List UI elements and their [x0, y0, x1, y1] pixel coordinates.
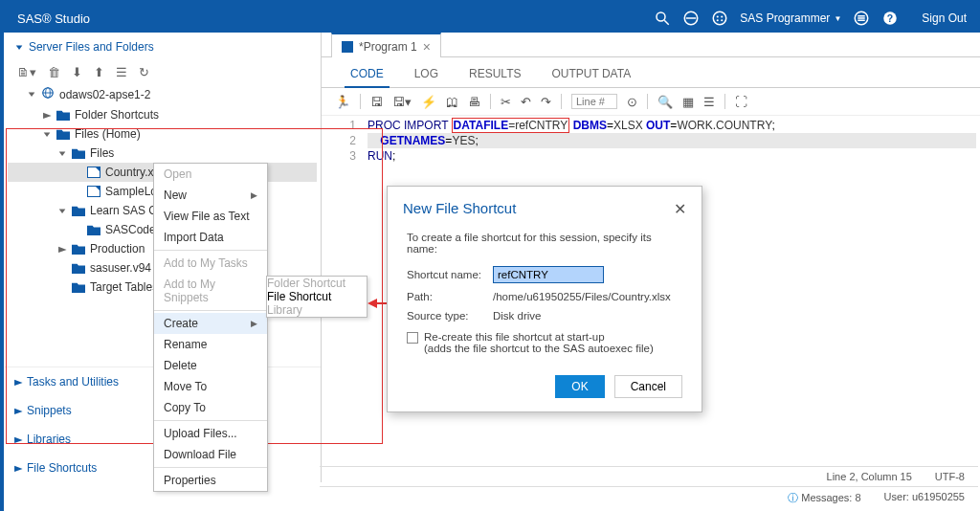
subtab-code[interactable]: CODE [345, 63, 390, 88]
close-icon[interactable]: ✕ [674, 200, 686, 218]
cancel-button[interactable]: Cancel [614, 375, 682, 398]
menu-import-data[interactable]: Import Data [154, 227, 267, 248]
code-line-3: RUN; [368, 148, 976, 164]
menu-create[interactable]: Create▶ [154, 313, 267, 334]
dialog-new-file-shortcut: New File Shortcut ✕ To create a file sho… [387, 186, 702, 412]
menu-add-to-my-tasks: Add to My Tasks [154, 253, 267, 274]
shortcut-name-label: Shortcut name: [407, 269, 493, 280]
saveas-icon[interactable]: 🖫▾ [392, 95, 412, 109]
print-icon[interactable]: 🖶 [468, 95, 480, 109]
submenu-library: Library [267, 303, 367, 317]
close-icon[interactable]: × [423, 41, 431, 53]
menu-view-file-as-text[interactable]: View File as Text [154, 206, 267, 227]
code-editor[interactable]: 123 PROC IMPORT DATAFILE=refCNTRY DBMS=X… [322, 116, 980, 166]
menu-download-file[interactable]: Download File [154, 444, 267, 465]
summary-icon[interactable]: 🕮 [446, 95, 458, 109]
delete-icon[interactable]: 🗑 [48, 65, 60, 79]
svg-point-6 [717, 19, 719, 21]
search-icon[interactable] [654, 10, 671, 27]
svg-point-5 [722, 15, 724, 17]
menu-properties[interactable]: Properties [154, 470, 267, 491]
menu-delete[interactable]: Delete [154, 355, 267, 376]
svg-text:?: ? [887, 12, 893, 24]
recreate-label: Re-create this file shortcut at start-up [424, 331, 605, 343]
path-value: /home/u61950255/Files/Country.xlsx [493, 291, 671, 302]
svg-point-4 [717, 15, 719, 17]
shortcut-name-input[interactable] [493, 266, 604, 283]
sidebar-section-files[interactable]: Server Files and Folders [4, 33, 321, 61]
source-value: Disk drive [493, 310, 541, 322]
dialog-title: New File Shortcut [403, 200, 516, 218]
svg-point-3 [714, 11, 727, 25]
menu-rename[interactable]: Rename [154, 334, 267, 355]
tree-item[interactable]: ▼Files [8, 144, 317, 163]
svg-point-7 [722, 19, 724, 21]
line-input[interactable] [571, 94, 617, 109]
save-icon[interactable]: 🖫 [370, 95, 383, 109]
exec-icon[interactable]: ⚡ [421, 95, 436, 109]
recreate-sub: (adds the file shortcut to the SAS autoe… [424, 343, 654, 354]
cursor-pos: Line 2, Column 15 [827, 471, 912, 482]
submenu-file-shortcut[interactable]: File Shortcut [267, 290, 367, 303]
menu-copy-to[interactable]: Copy To [154, 397, 267, 418]
props-icon[interactable]: ☰ [116, 65, 127, 79]
code-line-1: PROC IMPORT DATAFILE=refCNTRY DBMS=XLSX … [368, 118, 976, 133]
menu-new[interactable]: New▶ [154, 185, 267, 206]
run-icon[interactable]: 🏃 [335, 95, 350, 109]
format-icon[interactable]: ☰ [703, 95, 715, 109]
menu-move-to[interactable]: Move To [154, 376, 267, 397]
open-icon[interactable] [682, 10, 700, 27]
more-icon[interactable] [853, 10, 870, 27]
context-menu: OpenNew▶View File as TextImport DataAdd … [153, 163, 268, 492]
tab-program1[interactable]: *Program 1 × [331, 33, 441, 57]
sidebar-toolbar: 🗎▾ 🗑 ⬇ ⬆ ☰ ↻ [4, 61, 321, 83]
dialog-desc: To create a file shortcut for this sessi… [407, 232, 682, 255]
code-body[interactable]: PROC IMPORT DATAFILE=refCNTRY DBMS=XLSX … [364, 116, 980, 166]
menu-add-to-my-snippets: Add to My Snippets [154, 274, 267, 308]
submenu-folder-shortcut: Folder Shortcut [267, 277, 367, 290]
undo-icon[interactable]: ↶ [521, 95, 531, 109]
goto-icon[interactable]: ⊙ [627, 95, 637, 109]
redo-icon[interactable]: ↷ [541, 95, 551, 109]
maximize-icon[interactable]: ⛶ [735, 95, 747, 109]
tree-item[interactable]: ▶Folder Shortcuts [8, 105, 317, 124]
encoding: UTF-8 [935, 471, 965, 482]
tree-item[interactable]: ▼Files (Home) [8, 124, 317, 144]
clear-icon[interactable]: ▦ [682, 95, 694, 109]
source-label: Source type: [407, 310, 493, 322]
svg-marker-18 [368, 299, 377, 308]
svg-point-0 [657, 12, 665, 21]
tab-bar: *Program 1 × [322, 33, 980, 57]
subtab-results[interactable]: RESULTS [463, 63, 526, 87]
cut-icon[interactable]: ✂ [501, 95, 511, 109]
new-icon[interactable] [711, 10, 728, 27]
header-icons: SAS Programmer ▼ ? Sign Out [654, 10, 967, 27]
refresh-icon[interactable]: ↻ [139, 65, 149, 79]
find-icon[interactable]: 🔍 [657, 95, 673, 109]
checkbox-box[interactable] [407, 332, 418, 344]
subtab-bar: CODELOGRESULTSOUTPUT DATA [322, 57, 980, 88]
subtab-output data[interactable]: OUTPUT DATA [546, 63, 636, 87]
app-header: SAS® Studio SAS Programmer ▼ ? Sign Out [4, 4, 980, 33]
program-icon [342, 41, 353, 53]
download-icon[interactable]: ⬇ [72, 65, 82, 79]
subtab-log[interactable]: LOG [409, 63, 444, 87]
new-file-icon[interactable]: 🗎▾ [17, 65, 36, 79]
user-info: User: u61950255 [884, 491, 965, 505]
gutter: 123 [322, 116, 364, 166]
menu-upload-files-[interactable]: Upload Files... [154, 423, 267, 444]
messages[interactable]: ⓘ Messages: 8 [788, 491, 860, 505]
tab-label: *Program 1 [359, 40, 417, 54]
context-submenu: Folder ShortcutFile ShortcutLibrary [266, 276, 368, 318]
code-line-2: GETNAMES=YES; [368, 133, 976, 148]
upload-icon[interactable]: ⬆ [94, 65, 104, 79]
tree-root[interactable]: ▼odaws02-apse1-2 [8, 83, 317, 105]
path-label: Path: [407, 291, 493, 302]
app-title: SAS® Studio [17, 11, 90, 26]
recreate-checkbox[interactable]: Re-create this file shortcut at start-up… [407, 331, 682, 354]
status-bar: Line 2, Column 15 UTF-8 ⓘ Messages: 8 Us… [320, 466, 978, 509]
ok-button[interactable]: OK [555, 375, 604, 398]
signout-link[interactable]: Sign Out [922, 11, 967, 25]
help-icon[interactable]: ? [881, 10, 899, 27]
user-menu[interactable]: SAS Programmer ▼ [740, 11, 841, 25]
